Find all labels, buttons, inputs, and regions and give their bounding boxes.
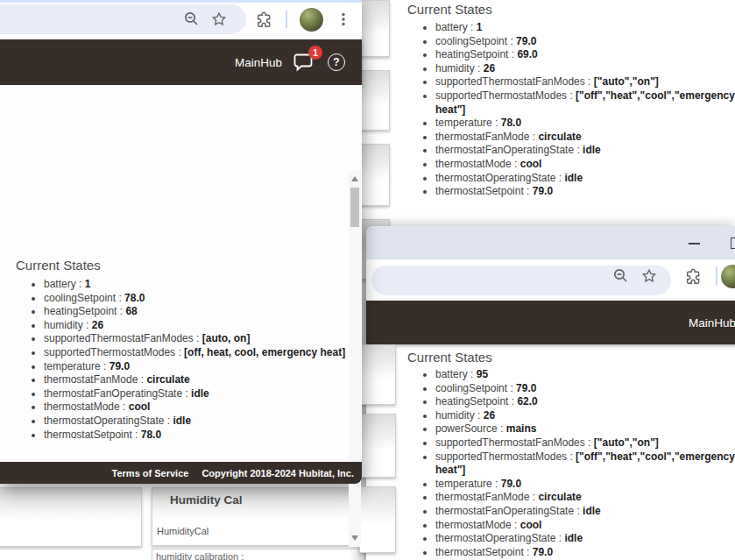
current-states-heading: Current States (407, 350, 492, 365)
notification-badge: 1 (308, 46, 322, 60)
humidity-calibration-input[interactable]: humidity calibration : (152, 549, 365, 560)
state-item: thermostatFanOperatingState : idle (435, 144, 735, 158)
menu-dots-icon[interactable] (331, 7, 356, 32)
humidity-cal-button[interactable]: HumidityCal (157, 526, 361, 536)
state-item: thermostatMode : cool (44, 401, 345, 415)
state-item: thermostatOperatingState : idle (44, 415, 345, 429)
state-item: thermostatMode : cool (435, 519, 735, 533)
scroll-down-icon[interactable] (351, 535, 358, 541)
state-item: heatingSetpoint : 62.0 (435, 395, 735, 409)
state-item: thermostatSetpoint : 78.0 (44, 429, 345, 443)
state-item: thermostatFanMode : circulate (435, 491, 735, 505)
state-item: humidity : 26 (435, 62, 735, 76)
state-item: temperature : 79.0 (44, 360, 345, 374)
browser-toolbar (366, 259, 735, 301)
state-item: temperature : 78.0 (435, 117, 735, 131)
help-icon[interactable]: ? (328, 53, 345, 71)
avatar (721, 265, 735, 288)
state-item: coolingSetpoint : 78.0 (44, 292, 345, 306)
extensions-icon[interactable] (251, 7, 276, 32)
page-footer: Terms of Service Copyright 2018-2024 Hub… (0, 462, 362, 484)
state-item: thermostatFanOperatingState : idle (44, 387, 345, 401)
state-item: humidity : 26 (44, 319, 345, 333)
state-item: thermostatOperatingState : idle (435, 172, 735, 186)
state-item: heatingSetpoint : 68 (44, 305, 345, 319)
state-item: supportedThermostatFanModes : ["auto","o… (435, 436, 735, 450)
scrollbar[interactable] (349, 170, 361, 547)
hubitat-header: MainHub 1 ? (0, 39, 362, 85)
state-item: coolingSetpoint : 79.0 (435, 35, 735, 49)
toolbar-divider (716, 267, 717, 285)
humidity-cal-tile[interactable]: Humidity Cal HumidityCal (152, 487, 362, 546)
current-states-heading: Current States (407, 2, 492, 17)
copyright-text: Copyright 2018-2024 Hubitat, Inc. (201, 468, 354, 478)
terms-of-service-link[interactable]: Terms of Service (112, 468, 189, 478)
state-item: battery : 1 (44, 278, 345, 292)
current-states-heading: Current States (16, 258, 101, 273)
bookmark-star-icon[interactable] (207, 7, 231, 32)
avatar (300, 8, 323, 32)
current-states-list: battery : 95 coolingSetpoint : 79.0 heat… (418, 368, 735, 559)
command-tile[interactable] (0, 487, 142, 547)
extensions-icon[interactable] (681, 264, 705, 288)
hub-name[interactable]: MainHub (689, 316, 735, 330)
command-tile-column (359, 344, 396, 553)
state-item: supportedThermostatFanModes : [auto, on] (44, 332, 345, 346)
state-item: thermostatFanMode : circulate (44, 373, 345, 387)
state-item: battery : 1 (435, 21, 735, 35)
minimize-button[interactable] (689, 243, 700, 245)
state-item: thermostatMode : cool (435, 158, 735, 172)
hub-name[interactable]: MainHub (235, 56, 282, 69)
state-item: thermostatFanOperatingState : idle (435, 505, 735, 519)
state-item: supportedThermostatModes : ["off","heat"… (435, 450, 735, 478)
current-states-list: battery : 1 coolingSetpoint : 79.0 heati… (418, 21, 735, 199)
screenshot-stage: Current States battery : 1 coolingSetpoi… (0, 0, 735, 560)
bottom-right-browser-window: MainHub Current States battery : 95 cool… (366, 226, 735, 560)
state-item: thermostatOperatingState : idle (435, 532, 735, 546)
state-item: humidity : 26 (435, 409, 735, 423)
device-page-content: Current States battery : 1 coolingSetpoi… (0, 85, 362, 462)
state-item: supportedThermostatModes : ["off","heat"… (435, 89, 735, 117)
zoom-out-icon[interactable] (180, 7, 204, 32)
browser-toolbar (0, 3, 362, 39)
state-item: thermostatFanMode : circulate (435, 131, 735, 145)
state-item: supportedThermostatModes : [off, heat, c… (44, 346, 345, 360)
state-item: heatingSetpoint : 69.0 (435, 48, 735, 62)
window-titlebar[interactable] (366, 226, 735, 259)
maximize-button[interactable] (731, 237, 735, 249)
state-item: coolingSetpoint : 79.0 (435, 382, 735, 396)
state-item: supportedThermostatFanModes : ["auto","o… (435, 75, 735, 89)
command-tile[interactable] (359, 344, 396, 405)
toolbar-divider (286, 11, 287, 28)
scroll-up-icon[interactable] (351, 176, 358, 181)
profile-avatar[interactable] (299, 7, 323, 32)
state-item: thermostatSetpoint : 79.0 (435, 185, 735, 199)
bookmark-star-icon[interactable] (637, 264, 661, 288)
zoom-out-icon[interactable] (609, 264, 633, 288)
command-tile[interactable] (359, 414, 396, 478)
front-browser-window: MainHub 1 ? Current States battery : 1 c… (0, 0, 362, 484)
hubitat-header: MainHub (366, 301, 735, 344)
state-item: temperature : 79.0 (435, 478, 735, 492)
chat-notification-icon[interactable]: 1 (293, 52, 316, 73)
state-item: powerSource : mains (435, 422, 735, 436)
current-states-list: battery : 1 coolingSetpoint : 78.0 heati… (25, 278, 345, 442)
profile-avatar[interactable] (720, 264, 735, 288)
state-item: battery : 95 (435, 368, 735, 382)
state-item: thermostatSetpoint : 79.0 (435, 546, 735, 560)
humidity-cal-title: Humidity Cal (170, 493, 361, 507)
scrollbar-thumb[interactable] (350, 188, 359, 227)
command-tile[interactable] (359, 486, 396, 553)
